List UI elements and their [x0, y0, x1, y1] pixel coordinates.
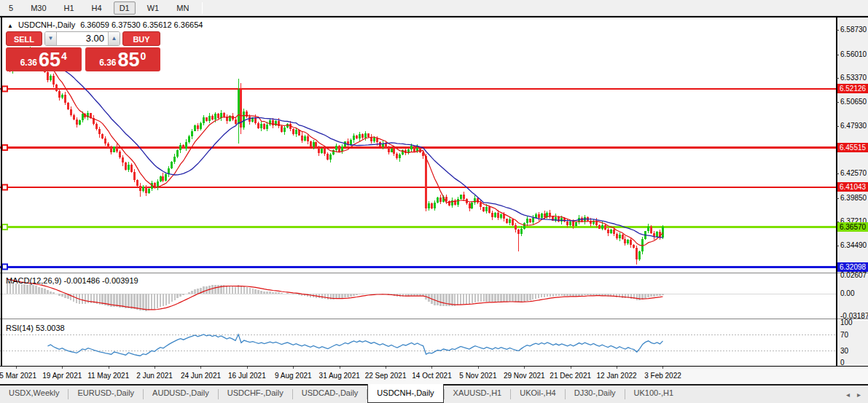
candle-body — [313, 142, 315, 146]
candle-body — [101, 134, 103, 138]
timeframe-button-h4[interactable]: H4 — [86, 1, 108, 15]
candle-body — [125, 163, 127, 170]
chart-tab-eurusd-[interactable]: EURUSD-,Daily — [69, 386, 143, 403]
candle-body — [653, 233, 655, 237]
volume-field[interactable]: 3.00 — [57, 32, 108, 45]
buy-button[interactable]: BUY — [122, 31, 160, 46]
price-level-handle[interactable] — [2, 184, 7, 189]
tab-scroll-left-icon[interactable]: ◂ — [846, 391, 850, 399]
candle-body — [353, 136, 355, 140]
candle-body — [482, 207, 485, 211]
price-axis-tick — [836, 173, 839, 174]
candle-body — [515, 225, 517, 230]
price-level-handle[interactable] — [2, 145, 7, 150]
timeframe-button-5[interactable]: 5 — [3, 1, 19, 15]
timeframe-button-m30[interactable]: M30 — [25, 1, 52, 15]
price-axis-tick — [836, 30, 839, 31]
candle-body — [607, 230, 609, 233]
buy-quote-block[interactable]: 6.36 85 0 — [85, 47, 161, 71]
sell-quote-big: 65 — [39, 50, 60, 71]
date-axis-tick — [340, 367, 340, 369]
candle-body — [460, 195, 462, 199]
candle-body — [171, 162, 173, 168]
candle-body — [379, 142, 381, 146]
candle-body — [638, 251, 641, 259]
candle-body — [503, 214, 505, 219]
candle-body — [110, 148, 112, 152]
candle-body — [544, 214, 546, 217]
candle-body — [238, 90, 240, 123]
rsi-axis-label: 0 — [840, 359, 845, 367]
chart-tab-usdcad-[interactable]: USDCAD-,Daily — [293, 386, 367, 403]
candle-body — [512, 219, 514, 224]
volume-increase-icon[interactable]: ▲ — [108, 32, 120, 45]
candle-body — [541, 214, 543, 218]
date-axis-label: 31 Aug 2021 — [319, 372, 360, 380]
candle-body — [520, 229, 523, 234]
volume-stepper: ▼ 3.00 ▲ — [44, 31, 120, 46]
candle-body — [350, 140, 352, 145]
chart-tab-ukoil-[interactable]: UKOil-,H4 — [511, 386, 565, 403]
candle-body — [50, 76, 52, 80]
chart-tab-usdcnh-[interactable]: USDCNH-,Daily — [367, 384, 443, 403]
date-axis-tick — [617, 367, 617, 369]
price-level-handle[interactable] — [2, 265, 7, 270]
date-axis-tick — [62, 367, 63, 369]
date-axis-tick — [571, 367, 571, 369]
candle-body — [119, 152, 121, 158]
sell-quote-block[interactable]: 6.36 65 4 — [6, 47, 82, 71]
rsi-axis-label: 30 — [840, 347, 848, 355]
collapse-arrow-icon[interactable]: ▲ — [7, 23, 13, 29]
sell-button[interactable]: SELL — [6, 31, 42, 46]
candle-body — [82, 114, 84, 120]
terminal-window: 5M30H1H4D1W1MN ▲ USDCNH-,Daily 6.36059 6… — [0, 0, 868, 403]
candle-body — [335, 146, 337, 150]
chart-window-border-left — [1, 17, 2, 367]
chart-tab-uk100-[interactable]: UK100-,H1 — [625, 386, 682, 403]
candle-body — [391, 149, 393, 152]
price-axis-tick — [836, 55, 839, 55]
rsi-chart[interactable] — [0, 321, 836, 366]
candle-body — [214, 114, 216, 119]
buy-quote-base: 6.36 — [99, 58, 116, 68]
volume-decrease-icon[interactable]: ▼ — [45, 32, 57, 45]
rsi-pane[interactable] — [0, 321, 836, 366]
candle-body — [58, 91, 60, 98]
candle-body — [469, 203, 471, 208]
price-axis-label: 6.47930 — [840, 122, 867, 130]
price-line-badge: 6.41043 — [837, 182, 868, 192]
chart-tab-usdchf-[interactable]: USDCHF-,Daily — [219, 386, 292, 403]
candle-body — [329, 154, 332, 159]
candle-body — [148, 189, 150, 193]
price-axis-label: 6.42570 — [840, 169, 867, 177]
chart-tab-usdx[interactable]: USDX,Weekly — [0, 386, 68, 403]
candle-body — [647, 227, 649, 231]
candle-body — [139, 186, 141, 191]
price-level-handle[interactable] — [2, 86, 7, 91]
candle-body — [182, 145, 184, 149]
date-axis-tick — [386, 367, 386, 369]
price-level-handle[interactable] — [2, 224, 7, 230]
date-axis-label: 14 Oct 2021 — [412, 372, 451, 380]
date-axis-tick — [247, 367, 248, 369]
timeframe-button-mn[interactable]: MN — [171, 1, 195, 15]
candle-body — [572, 222, 574, 226]
candle-body — [341, 146, 343, 151]
timeframe-button-h1[interactable]: H1 — [58, 1, 80, 15]
candle-body — [191, 131, 193, 136]
chart-tab-xauusd-[interactable]: XAUUSD-,H1 — [445, 386, 511, 403]
candle-body — [160, 176, 162, 181]
tab-scroll-right-icon[interactable]: ▸ — [857, 391, 861, 399]
timeframe-button-w1[interactable]: W1 — [141, 1, 165, 15]
candle-body — [67, 103, 69, 110]
candle-body — [272, 120, 274, 125]
chart-tab-dj30-[interactable]: DJ30-,Daily — [566, 386, 625, 403]
candle-body — [538, 214, 540, 218]
chart-tab-audusd-[interactable]: AUDUSD-,Daily — [144, 386, 218, 403]
candle-body — [173, 157, 176, 162]
price-axis-border — [836, 17, 837, 367]
candle-body — [278, 121, 280, 126]
timeframe-button-d1[interactable]: D1 — [114, 1, 136, 15]
date-axis-label: 22 Sep 2021 — [365, 372, 407, 380]
date-axis-label: 3 Feb 2022 — [644, 372, 681, 380]
